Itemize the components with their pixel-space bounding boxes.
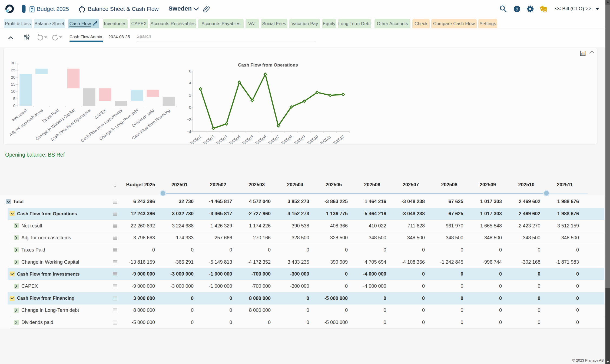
svg-text:202506: 202506 xyxy=(254,134,267,144)
svg-text:202501: 202501 xyxy=(189,134,202,144)
svg-text:−4: −4 xyxy=(187,129,191,134)
svg-text:202508: 202508 xyxy=(280,134,293,144)
svg-text:202511: 202511 xyxy=(319,134,332,144)
svg-text:10: 10 xyxy=(11,89,15,94)
svg-text:2: 2 xyxy=(189,93,191,97)
svg-text:202504: 202504 xyxy=(228,134,241,144)
svg-text:202503: 202503 xyxy=(215,134,228,144)
svg-text:202502: 202502 xyxy=(202,134,215,144)
svg-text:202505: 202505 xyxy=(241,134,254,144)
svg-text:−2: −2 xyxy=(187,117,191,122)
svg-text:0: 0 xyxy=(189,105,191,110)
svg-text:0: 0 xyxy=(13,103,15,108)
svg-text:15: 15 xyxy=(11,82,15,87)
svg-text:5: 5 xyxy=(13,96,15,101)
svg-text:4: 4 xyxy=(189,81,191,85)
svg-text:?: ? xyxy=(516,7,518,12)
svg-text:Cash Flow from Operations: Cash Flow from Operations xyxy=(238,62,298,68)
svg-text:20: 20 xyxy=(11,75,15,80)
svg-text:202512: 202512 xyxy=(331,134,345,144)
svg-text:202509: 202509 xyxy=(293,134,306,144)
svg-text:CAPEX: CAPEX xyxy=(94,108,107,120)
svg-text:30: 30 xyxy=(11,61,15,65)
svg-text:202510: 202510 xyxy=(306,134,319,144)
svg-text:25: 25 xyxy=(11,68,15,72)
svg-text:202507: 202507 xyxy=(267,134,280,144)
svg-text:6: 6 xyxy=(189,69,191,73)
